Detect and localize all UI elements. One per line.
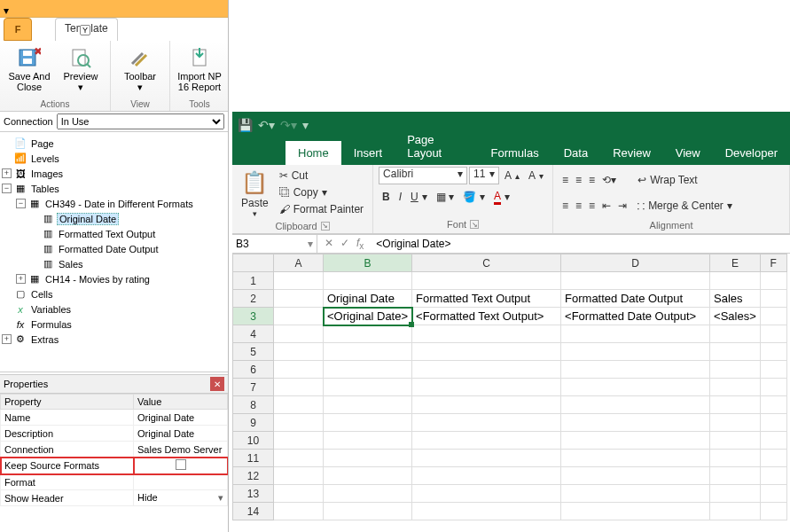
- italic-button[interactable]: I: [395, 188, 405, 206]
- tree-node-col-sales[interactable]: ▥Sales: [2, 256, 226, 271]
- bold-button[interactable]: B: [379, 188, 394, 206]
- connection-select[interactable]: In Use: [57, 113, 224, 129]
- col-header-C[interactable]: C: [412, 254, 561, 272]
- qat-dropdown-icon[interactable]: ▾: [4, 4, 12, 13]
- cell-B2[interactable]: Original Date: [324, 290, 412, 308]
- increase-indent-button[interactable]: ⇥: [614, 197, 630, 215]
- template-tree[interactable]: 📄Page 📶Levels +🖼Images −▦Tables −▦CH349 …: [0, 131, 228, 372]
- border-button[interactable]: ▦ ▾: [433, 188, 458, 206]
- merge-center-button[interactable]: ⸬Merge & Center ▾: [634, 197, 736, 215]
- row-header-12[interactable]: 12: [233, 467, 274, 485]
- tree-node-formulas[interactable]: fxFormulas: [2, 317, 226, 332]
- expand-icon[interactable]: +: [2, 334, 12, 344]
- wrap-text-button[interactable]: ↩Wrap Text: [634, 171, 736, 189]
- tab-view[interactable]: View: [663, 141, 713, 165]
- cell-C3[interactable]: <Formatted Text Output>: [412, 308, 561, 325]
- property-row-description[interactable]: DescriptionOriginal Date: [1, 426, 228, 442]
- row-header-8[interactable]: 8: [233, 396, 274, 414]
- font-color-button[interactable]: A▾: [490, 188, 513, 206]
- increase-font-button[interactable]: A▴: [501, 167, 523, 184]
- dialog-launcher-icon[interactable]: ↘: [321, 222, 330, 231]
- align-left-button[interactable]: ≡: [559, 197, 572, 215]
- tab-page-layout[interactable]: Page Layout: [395, 128, 478, 165]
- col-header-F[interactable]: F: [760, 254, 786, 272]
- row-header-13[interactable]: 13: [233, 485, 274, 503]
- decrease-font-button[interactable]: A▾: [525, 167, 547, 184]
- undo-icon[interactable]: ↶▾: [258, 118, 275, 132]
- select-all-corner[interactable]: [233, 254, 274, 272]
- tab-developer[interactable]: Developer: [713, 141, 790, 165]
- tab-home[interactable]: Home: [285, 141, 341, 165]
- cut-button[interactable]: ✂Cut: [276, 167, 367, 184]
- tree-node-col-original-date[interactable]: ▥Original Date: [2, 211, 226, 226]
- decrease-indent-button[interactable]: ⇤: [598, 197, 614, 215]
- tree-node-col-ftext[interactable]: ▥Formatted Text Output: [2, 226, 226, 241]
- row-header-6[interactable]: 6: [233, 361, 274, 379]
- tab-formulas[interactable]: Formulas: [479, 141, 551, 165]
- import-report-button[interactable]: Import NP 16 Report: [176, 43, 223, 98]
- property-row-keep-source-formats[interactable]: Keep Source Formats: [1, 458, 228, 474]
- save-and-close-button[interactable]: ✖ Save And Close: [5, 43, 53, 98]
- cell-B3[interactable]: <Original Date>: [324, 308, 412, 325]
- font-name-select[interactable]: Calibri ▾: [379, 167, 467, 184]
- tree-node-levels[interactable]: 📶Levels: [2, 151, 226, 166]
- align-middle-button[interactable]: ≡: [572, 171, 585, 189]
- tree-node-col-fdate[interactable]: ▥Formatted Date Output: [2, 241, 226, 256]
- spreadsheet-grid[interactable]: A B C D E F 1 2 Original Date Formatted …: [232, 254, 790, 532]
- align-top-button[interactable]: ≡: [559, 171, 572, 189]
- dialog-launcher-icon[interactable]: ↘: [470, 220, 479, 229]
- tab-data[interactable]: Data: [551, 141, 600, 165]
- row-header-4[interactable]: 4: [233, 325, 274, 343]
- font-size-select[interactable]: 11 ▾: [469, 167, 499, 184]
- fx-icon[interactable]: fx: [356, 237, 364, 251]
- cell-E3[interactable]: <Sales>: [710, 308, 761, 325]
- tree-node-table-ch349[interactable]: −▦CH349 - Date in Different Formats: [2, 196, 226, 211]
- property-row-connection[interactable]: ConnectionSales Demo Server: [1, 442, 228, 458]
- preview-button[interactable]: Preview▾: [57, 43, 105, 98]
- save-icon[interactable]: 💾: [238, 118, 253, 132]
- row-header-1[interactable]: 1: [233, 272, 274, 290]
- col-header-B[interactable]: B: [324, 254, 412, 272]
- tree-node-table-ch14[interactable]: +▦CH14 - Movies by rating: [2, 271, 226, 286]
- formula-input[interactable]: <Original Date>: [371, 238, 790, 250]
- tree-node-cells[interactable]: ▢Cells: [2, 286, 226, 301]
- tab-insert[interactable]: Insert: [341, 141, 395, 165]
- cancel-formula-icon[interactable]: ✕: [325, 237, 333, 251]
- row-header-5[interactable]: 5: [233, 343, 274, 361]
- orientation-button[interactable]: ⟲▾: [598, 171, 620, 189]
- collapse-icon[interactable]: −: [2, 184, 12, 193]
- col-header-D[interactable]: D: [561, 254, 710, 272]
- align-center-button[interactable]: ≡: [572, 197, 585, 215]
- row-header-11[interactable]: 11: [233, 450, 274, 467]
- qat-customize-icon[interactable]: ▾: [302, 118, 309, 132]
- paste-button[interactable]: 📋 Paste▾: [238, 167, 272, 220]
- collapse-icon[interactable]: −: [16, 199, 26, 208]
- col-header-E[interactable]: E: [710, 254, 761, 272]
- tree-node-images[interactable]: +🖼Images: [2, 166, 226, 181]
- redo-icon[interactable]: ↷▾: [280, 118, 297, 132]
- toolbar-button[interactable]: Toolbar▾: [116, 43, 164, 98]
- name-box[interactable]: B3▾: [232, 235, 317, 253]
- row-header-7[interactable]: 7: [233, 379, 274, 396]
- fill-color-button[interactable]: 🪣▾: [459, 188, 489, 206]
- row-header-14[interactable]: 14: [233, 503, 274, 520]
- col-header-A[interactable]: A: [274, 254, 324, 272]
- tree-node-extras[interactable]: +⚙Extras: [2, 332, 226, 347]
- tree-node-tables[interactable]: −▦Tables: [2, 181, 226, 196]
- row-header-10[interactable]: 10: [233, 432, 274, 450]
- property-row-format[interactable]: Format: [1, 474, 228, 490]
- chevron-down-icon[interactable]: ▾: [218, 492, 223, 504]
- expand-icon[interactable]: +: [16, 274, 26, 284]
- property-row-show-header[interactable]: Show HeaderHide▾: [1, 490, 228, 506]
- align-right-button[interactable]: ≡: [585, 197, 598, 215]
- underline-button[interactable]: U ▾: [407, 188, 431, 206]
- file-tab[interactable]: F: [4, 18, 32, 41]
- tree-node-page[interactable]: 📄Page: [2, 136, 226, 151]
- enter-formula-icon[interactable]: ✓: [340, 237, 349, 251]
- properties-close-button[interactable]: ✕: [210, 377, 224, 391]
- copy-button[interactable]: ⿻Copy ▾: [276, 184, 367, 200]
- align-bottom-button[interactable]: ≡: [585, 171, 598, 189]
- cell-D2[interactable]: Formatted Date Output: [561, 290, 710, 308]
- cell-E2[interactable]: Sales: [710, 290, 761, 308]
- cell-D3[interactable]: <Formatted Date Output>: [561, 308, 710, 325]
